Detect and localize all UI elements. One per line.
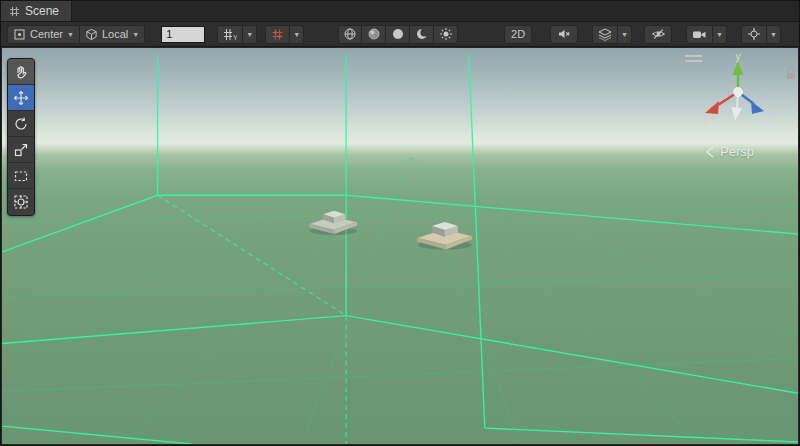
ambient-toggle[interactable] [386,25,410,44]
axis-x-label: x [704,116,709,127]
selection-wireframe [2,55,798,444]
camera-settings-dropdown[interactable]: ▼ [713,25,727,44]
lock-icon[interactable] [784,66,798,80]
transform-icon [13,194,29,210]
tab-label: Scene [25,4,59,18]
lighting-toggle[interactable] [362,25,386,44]
grid-tab-icon [9,6,20,17]
orientation-gizmo[interactable]: y x z [698,52,778,132]
axis-y-arrow[interactable]: y [733,52,744,92]
move-icon [13,90,29,106]
tool-palette [7,58,35,216]
orientation-dropdown[interactable]: Local ▼ [80,25,145,44]
rotate-icon [13,116,29,132]
gizmo-center-handle[interactable] [734,88,743,97]
chevron-down-icon: ▼ [621,31,628,38]
rect-tool-button[interactable] [8,163,34,189]
cube-icon [85,28,98,41]
effects-button[interactable] [592,25,618,44]
hand-icon [13,64,29,80]
shaded-sphere-icon [367,27,381,41]
chevron-down-icon: ▼ [246,31,253,38]
sun-icon [439,27,453,41]
scene-canvas [2,48,798,444]
solid-circle-icon [391,27,405,41]
grid-axis-letter: Y [233,34,237,41]
wireframe-globe-icon [343,27,357,41]
axis-z-label: z [769,107,774,118]
camera-icon [692,28,707,41]
effects-layers-icon [598,28,612,41]
tab-bar: Scene [1,1,799,22]
pivot-mode-label: Center [30,28,63,40]
platform-object-2[interactable] [417,222,472,249]
chevron-down-icon: ▼ [132,31,139,38]
projection-toggle[interactable]: Persp [704,144,754,159]
gizmos-button[interactable] [741,25,767,44]
projection-label: Persp [720,144,754,159]
unity-scene-window: Scene Center ▼ L [0,0,800,446]
2d-mode-label: 2D [511,28,525,40]
chevron-down-icon: ▼ [293,31,300,38]
grid-axis-icon: Y [223,28,237,41]
transform-tool-button[interactable] [8,189,34,215]
grid-visibility-dropdown[interactable]: ▼ [243,25,257,44]
hand-tool-button[interactable] [8,59,34,85]
chevron-down-icon: ▼ [67,31,74,38]
effects-dropdown[interactable]: ▼ [618,25,632,44]
2d-mode-toggle[interactable]: 2D [504,25,532,44]
tab-scene[interactable]: Scene [1,1,72,21]
rect-icon [13,168,29,184]
scene-visibility-toggle[interactable] [644,25,672,44]
move-tool-button[interactable] [8,85,34,111]
snap-settings-button[interactable] [265,25,290,44]
scene-viewport[interactable]: y x z [2,48,798,444]
snap-grid-icon [271,28,284,41]
platform-object-1[interactable] [309,211,357,235]
axis-z-arrow[interactable]: z [738,92,774,118]
pivot-mode-dropdown[interactable]: Center ▼ [7,25,80,44]
camera-settings-button[interactable] [686,25,713,44]
axis-y-label: y [736,52,741,62]
moon-toggle[interactable] [410,25,434,44]
gizmos-dropdown[interactable]: ▼ [767,25,781,44]
center-pivot-icon [13,28,26,41]
gizmo-sphere-icon [747,27,761,41]
snap-increment-input[interactable] [161,26,205,43]
chevron-down-icon: ▼ [770,31,777,38]
shading-mode-toggle[interactable] [338,25,362,44]
light-debug-toggle[interactable] [434,25,458,44]
speaker-muted-icon [557,27,571,41]
eye-slash-icon [651,27,666,41]
crescent-moon-icon [415,27,429,41]
scale-icon [13,142,29,158]
chevron-down-icon: ▼ [716,31,723,38]
chevron-left-icon [704,145,715,159]
audio-toggle[interactable] [550,25,578,44]
scene-toolbar: Center ▼ Local ▼ Y [1,22,799,47]
grid-visibility-button[interactable]: Y [217,25,243,44]
snap-settings-dropdown[interactable]: ▼ [290,25,304,44]
scale-tool-button[interactable] [8,137,34,163]
rotate-tool-button[interactable] [8,111,34,137]
orientation-label: Local [102,28,128,40]
